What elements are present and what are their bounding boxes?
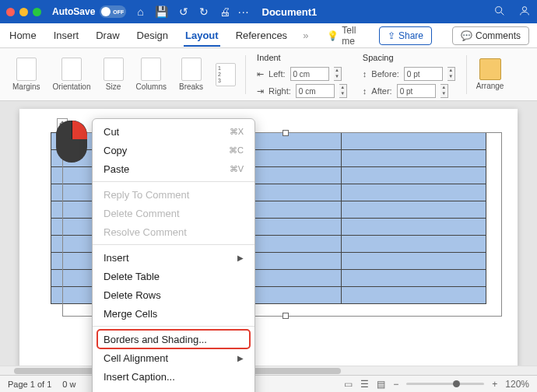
- zoom-out-icon[interactable]: −: [393, 379, 398, 390]
- context-item-delete-table[interactable]: Delete Table: [93, 267, 254, 285]
- context-item-merge-cells[interactable]: Merge Cells: [93, 304, 254, 323]
- svg-point-0: [496, 6, 502, 12]
- focus-view-icon[interactable]: ▭: [344, 379, 353, 390]
- spacing-before-stepper[interactable]: ▲▼: [447, 67, 455, 81]
- tab-home[interactable]: Home: [8, 25, 38, 46]
- zoom-value[interactable]: 120%: [505, 379, 529, 390]
- table-cell[interactable]: [341, 236, 486, 253]
- tab-design[interactable]: Design: [135, 25, 170, 46]
- indent-left-label: Left:: [268, 69, 285, 79]
- indent-group: Indent ⇤ Left: 0 cm ▲▼ ⇥ Right: 0 cm ▲▼: [249, 48, 355, 98]
- columns-button[interactable]: Columns: [130, 48, 173, 100]
- tab-insert[interactable]: Insert: [52, 25, 81, 46]
- context-item-table-properties[interactable]: Table Properties...: [93, 386, 254, 392]
- context-item-paste[interactable]: Paste⌘V: [93, 159, 254, 178]
- title-bar: AutoSave OFF ⌂ 💾 ↺ ↻ 🖨 ··· Document1: [0, 0, 537, 23]
- bulb-icon: 💡: [327, 30, 339, 41]
- margins-button[interactable]: Margins: [6, 48, 47, 100]
- more-commands-icon[interactable]: ···: [238, 5, 250, 18]
- indent-right-icon: ⇥: [257, 86, 264, 96]
- arrange-button[interactable]: Arrange: [470, 48, 511, 100]
- close-window-icon[interactable]: [6, 8, 15, 16]
- spacing-group: Spacing ↕ Before: 0 pt ▲▼ ↕ After: 0 pt …: [355, 48, 463, 98]
- context-item-cut[interactable]: Cut⌘X: [93, 122, 254, 141]
- context-separator: [93, 326, 254, 327]
- spacing-before-label: Before:: [371, 69, 398, 79]
- spacing-before-icon: ↕: [363, 69, 367, 79]
- line-numbers-button[interactable]: 1 2 3: [209, 48, 242, 100]
- table-cell[interactable]: [341, 201, 486, 219]
- share-button[interactable]: ⇪ Share: [379, 26, 432, 45]
- svg-line-1: [501, 12, 504, 15]
- context-item-insert[interactable]: Insert▶: [93, 248, 254, 267]
- comments-button[interactable]: 💬 Comments: [452, 26, 529, 45]
- indent-right-label: Right:: [268, 86, 291, 96]
- orientation-button[interactable]: Orientation: [47, 48, 97, 100]
- tab-draw[interactable]: Draw: [94, 25, 121, 46]
- autosave-switch[interactable]: OFF: [100, 5, 126, 18]
- arrange-icon: [479, 58, 501, 80]
- zoom-in-icon[interactable]: +: [492, 379, 497, 390]
- table-cell[interactable]: [341, 253, 486, 270]
- home-icon[interactable]: ⌂: [137, 5, 143, 18]
- undo-icon[interactable]: ↺: [179, 5, 188, 18]
- web-layout-icon[interactable]: ▤: [377, 379, 385, 390]
- save-icon[interactable]: 💾: [155, 5, 168, 18]
- context-item-delete-rows[interactable]: Delete Rows: [93, 285, 254, 304]
- indent-right-stepper[interactable]: ▲▼: [339, 84, 347, 98]
- context-item-resolve-comment: Resolve Comment: [93, 222, 254, 241]
- tab-references[interactable]: References: [234, 25, 289, 46]
- svg-point-2: [522, 6, 526, 10]
- quick-access-toolbar: ⌂ 💾 ↺ ↻ 🖨: [137, 5, 230, 18]
- zoom-slider[interactable]: [406, 383, 484, 385]
- context-item-cell-alignment[interactable]: Cell Alignment▶: [93, 348, 254, 367]
- table-cell[interactable]: [341, 150, 486, 167]
- status-page[interactable]: Page 1 of 1: [8, 380, 51, 389]
- context-separator: [93, 181, 254, 182]
- spacing-after-icon: ↕: [363, 86, 367, 96]
- context-item-borders-and-shading[interactable]: Borders and Shading...: [97, 330, 250, 348]
- context-item-copy[interactable]: Copy⌘C: [93, 141, 254, 159]
- ribbon-tabs: Home Insert Draw Design Layout Reference…: [0, 23, 537, 48]
- status-words[interactable]: 0 w: [62, 380, 75, 389]
- table-cell[interactable]: [341, 133, 486, 150]
- table-cell[interactable]: [341, 219, 486, 236]
- search-icon[interactable]: [493, 5, 506, 19]
- print-icon[interactable]: 🖨: [219, 5, 230, 18]
- redo-icon[interactable]: ↻: [199, 5, 209, 18]
- context-item-insert-caption[interactable]: Insert Caption...: [93, 367, 254, 386]
- table-cell[interactable]: [341, 270, 486, 287]
- horizontal-scrollbar[interactable]: [0, 366, 537, 375]
- more-tabs-icon[interactable]: »: [303, 30, 308, 41]
- table-cell[interactable]: [341, 167, 486, 184]
- breaks-button[interactable]: Breaks: [173, 48, 209, 100]
- window-controls[interactable]: [6, 8, 41, 16]
- indent-left-stepper[interactable]: ▲▼: [334, 67, 342, 81]
- indent-title: Indent: [257, 53, 347, 62]
- mouse-cursor-graphic: [56, 121, 87, 163]
- minimize-window-icon[interactable]: [19, 8, 28, 16]
- ribbon: Margins Orientation Size Columns Breaks …: [0, 48, 537, 101]
- indent-left-icon: ⇤: [257, 69, 264, 79]
- spacing-after-label: After:: [371, 86, 391, 96]
- table-cell[interactable]: [341, 184, 486, 201]
- spacing-before-input[interactable]: 0 pt: [404, 67, 443, 81]
- spacing-after-stepper[interactable]: ▲▼: [440, 84, 448, 98]
- account-icon[interactable]: [518, 5, 531, 19]
- context-item-reply-to-comment: Reply To Comment: [93, 185, 254, 204]
- tell-me[interactable]: 💡 Tell me: [327, 25, 365, 47]
- view-icons: ▭ ☰ ▤ − + 120%: [344, 379, 529, 390]
- spacing-after-input[interactable]: 0 pt: [397, 84, 436, 98]
- autosave-toggle[interactable]: AutoSave OFF: [52, 5, 126, 18]
- indent-left-input[interactable]: 0 cm: [290, 67, 329, 81]
- table-cell[interactable]: [341, 287, 486, 304]
- size-button[interactable]: Size: [97, 48, 130, 100]
- indent-right-input[interactable]: 0 cm: [296, 84, 335, 98]
- spacing-title: Spacing: [363, 53, 455, 62]
- tab-layout[interactable]: Layout: [184, 25, 220, 47]
- maximize-window-icon[interactable]: [33, 8, 41, 16]
- context-separator: [93, 244, 254, 245]
- status-bar: Page 1 of 1 0 w ▭ ☰ ▤ − + 120%: [0, 375, 537, 392]
- print-layout-icon[interactable]: ☰: [360, 379, 369, 390]
- comment-icon: 💬: [461, 30, 472, 41]
